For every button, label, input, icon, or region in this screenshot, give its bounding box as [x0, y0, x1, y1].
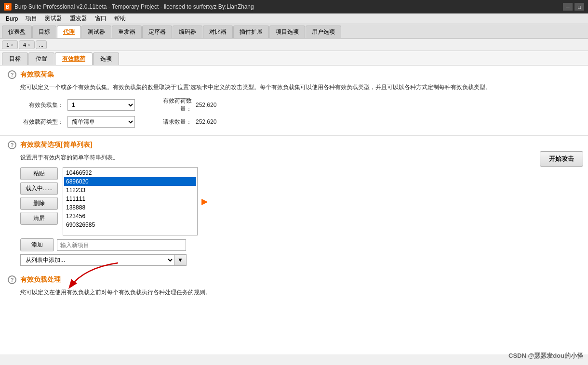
payload-list-container: 粘贴 载入中...... 删除 清屏 10466592 6896020 1122…	[20, 167, 580, 235]
payload-set-label: 有效负载集：	[20, 101, 64, 109]
maximize-button[interactable]: □	[575, 3, 584, 11]
add-input[interactable]	[57, 239, 186, 251]
tab-intruder[interactable]: 测试器	[81, 26, 111, 38]
list-item[interactable]: 123456	[64, 212, 196, 221]
request-count-value: 252,620	[196, 118, 216, 125]
tab-comparer[interactable]: 对比器	[203, 26, 233, 38]
request-count-label: 请求数量：	[153, 118, 192, 126]
menu-item-window[interactable]: 窗口	[91, 13, 110, 24]
menu-item-tester[interactable]: 测试器	[41, 13, 66, 24]
svg-text:B: B	[6, 4, 9, 10]
tab-dashboard[interactable]: 仪表盘	[2, 26, 32, 38]
list-action-buttons: 粘贴 载入中...... 删除 清屏	[20, 167, 58, 235]
tab-project-options[interactable]: 项目选项	[269, 26, 305, 38]
payload-options-title: 有效载荷选项[简单列表]	[20, 141, 92, 149]
payload-set-title: 有效载荷集	[20, 70, 54, 79]
start-attack-button[interactable]: 开始攻击	[540, 151, 583, 167]
menu-item-resender[interactable]: 重发器	[66, 13, 91, 24]
section-tab-payloads[interactable]: 有效载荷	[55, 52, 93, 65]
payload-type-select[interactable]: 简单清单	[67, 116, 135, 128]
tab-decoder[interactable]: 编码器	[173, 26, 202, 38]
dropdown-arrow-icon: ▼	[177, 257, 183, 263]
close-tab-1-icon[interactable]: ×	[11, 42, 13, 48]
payload-set-select[interactable]: 1	[67, 99, 135, 111]
list-item[interactable]: 138888	[64, 203, 196, 212]
paste-button[interactable]: 粘贴	[20, 167, 58, 180]
content-area: 开始攻击 ? 有效载荷集 您可以定义一个或多个有效负载集。有效负载集的数量取决于…	[0, 65, 588, 354]
tab-user-options[interactable]: 用户选项	[306, 26, 341, 38]
section-tab-target[interactable]: 目标	[2, 52, 28, 65]
tab-extender[interactable]: 插件扩展	[233, 26, 269, 38]
from-list-row: 从列表中添加... ▼	[20, 254, 580, 266]
payload-type-label: 有效载荷类型：	[20, 118, 64, 126]
payload-count-label: 有效荷荷数量：	[153, 97, 192, 113]
processing-title: 有效负载处理	[20, 275, 61, 284]
tab-target[interactable]: 目标	[32, 26, 56, 38]
minimize-button[interactable]: ─	[563, 3, 573, 11]
tab-repeater[interactable]: 重发器	[112, 26, 142, 38]
tab-sequencer[interactable]: 定序器	[142, 26, 172, 38]
list-right-arrow-icon: ▶	[201, 197, 207, 206]
payload-count-value: 252,620	[196, 102, 216, 108]
payload-set-section: ? 有效载荷集 您可以定义一个或多个有效负载集。有效负载集的数量取决于'位置'选…	[0, 65, 588, 136]
menu-bar: Burp 项目 测试器 重发器 窗口 帮助	[0, 13, 588, 24]
payload-options-description: 设置用于有效内容的简单字符串列表。	[20, 153, 580, 162]
section-header-options: ? 有效载荷选项[简单列表]	[8, 141, 580, 149]
tab-proxy[interactable]: 代理	[57, 26, 81, 38]
payload-list[interactable]: 10466592 6896020 112233 111111 138888 12…	[63, 168, 197, 235]
section-header-processing: ? 有效负载处理	[8, 275, 580, 284]
list-item[interactable]: 10466592	[64, 169, 196, 177]
payload-set-help-icon[interactable]: ?	[8, 70, 16, 79]
section-tab-options[interactable]: 选项	[93, 52, 119, 65]
main-tabs: 仪表盘 目标 代理 测试器 重发器 定序器 编码器 对比器 插件扩展 项目选项 …	[0, 24, 588, 39]
window-title: Burp Suite Professional v2.0.11beta - Te…	[14, 3, 254, 10]
payload-set-description: 您可以定义一个或多个有效负载集。有效负载集的数量取决于'位置'选项卡中定义的攻击…	[20, 83, 580, 92]
sub-tab-bar: 1 × 4 × ...	[0, 39, 588, 51]
payload-options-section: ? 有效载荷选项[简单列表] 设置用于有效内容的简单字符串列表。 粘贴 载入中.…	[0, 136, 588, 271]
menu-item-project[interactable]: 项目	[22, 13, 41, 24]
from-list-select[interactable]: 从列表中添加...	[20, 254, 174, 266]
processing-section: ? 有效负载处理 您可以定义在使用有效负载之前对每个有效负载执行各种处理任务的规…	[0, 271, 588, 307]
clear-button[interactable]: 清屏	[20, 212, 58, 225]
section-header-payload-set: ? 有效载荷集	[8, 70, 580, 79]
list-item[interactable]: 6896020	[64, 177, 196, 186]
sub-tab-4[interactable]: 4 ×	[19, 40, 35, 49]
close-tab-4-icon[interactable]: ×	[27, 42, 30, 48]
payload-options-help-icon[interactable]: ?	[8, 141, 16, 149]
app-logo: B	[4, 3, 12, 11]
section-tabs: 目标 位置 有效载荷 选项	[0, 51, 588, 65]
list-item[interactable]: 111111	[64, 195, 196, 203]
list-item[interactable]: 112233	[64, 186, 196, 195]
payload-type-row: 有效载荷类型： 简单清单 请求数量： 252,620	[20, 116, 580, 128]
load-button[interactable]: 载入中......	[20, 182, 58, 195]
menu-item-burp[interactable]: Burp	[2, 14, 22, 23]
menu-item-help[interactable]: 帮助	[110, 13, 130, 24]
list-item[interactable]: 690326585	[64, 221, 196, 229]
sub-tab-1[interactable]: 1 ×	[2, 40, 18, 49]
watermark: CSDN @瑟瑟发dou的小怪	[508, 352, 583, 360]
add-button[interactable]: 添加	[20, 238, 54, 251]
title-bar: B Burp Suite Professional v2.0.11beta - …	[0, 0, 588, 13]
payload-list-box: 10466592 6896020 112233 111111 138888 12…	[63, 167, 198, 235]
window-controls: ─ □	[563, 3, 584, 11]
section-tab-positions[interactable]: 位置	[28, 52, 54, 65]
processing-help-icon[interactable]: ?	[8, 275, 16, 284]
payload-list-wrapper: 10466592 6896020 112233 111111 138888 12…	[63, 167, 198, 235]
sub-tab-more[interactable]: ...	[36, 40, 47, 49]
processing-description: 您可以定义在使用有效负载之前对每个有效负载执行各种处理任务的规则。	[20, 288, 580, 297]
delete-button[interactable]: 删除	[20, 197, 58, 210]
add-row: 添加	[20, 238, 580, 251]
payload-set-row: 有效负载集： 1 有效荷荷数量： 252,620	[20, 97, 580, 113]
from-list-dropdown-button[interactable]: ▼	[174, 254, 187, 266]
